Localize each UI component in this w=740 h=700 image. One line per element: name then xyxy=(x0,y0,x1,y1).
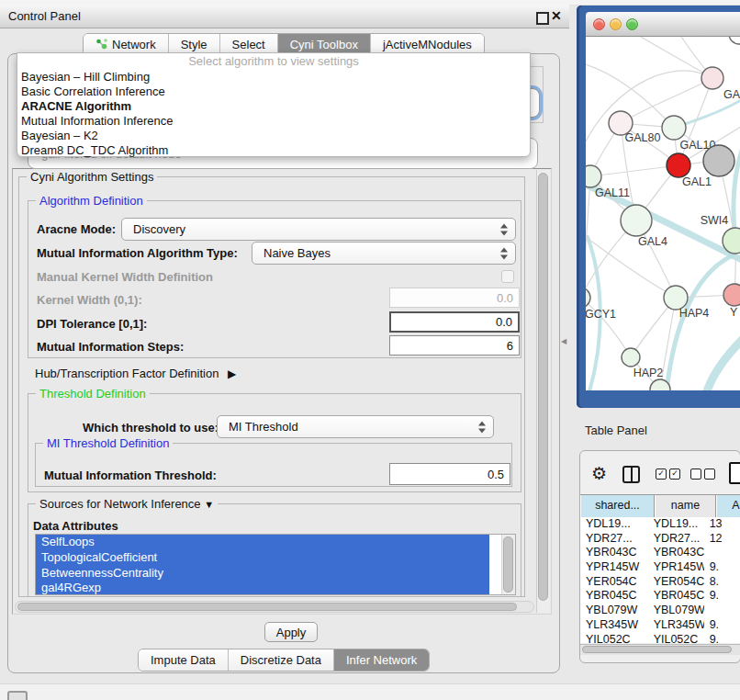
manual-kernel-width-label: Manual Kernel Width Definition xyxy=(37,270,213,284)
table-header: shared...nameA xyxy=(580,494,740,516)
hub-definition-label: Hub/Transcription Factor Definition xyxy=(35,367,219,380)
minimize-button[interactable] xyxy=(610,18,622,30)
algorithm-option[interactable]: Bayesian – K2 xyxy=(17,129,530,143)
page-icon[interactable] xyxy=(729,462,740,484)
algorithm-option[interactable]: ARACNE Algorithm xyxy=(17,99,530,114)
manual-kernel-width-checkbox[interactable] xyxy=(501,270,514,283)
horizontal-scrollbar-thumb[interactable] xyxy=(17,603,517,611)
table-cell: YBL079W xyxy=(648,604,704,618)
data-attributes-list[interactable]: SelfLoopsTopologicalCoefficientBetweenne… xyxy=(35,534,516,595)
node-label: GAL4 xyxy=(638,235,667,248)
mi-algorithm-type-combobox[interactable]: Naive Bayes xyxy=(252,242,516,265)
network-node-gal10[interactable] xyxy=(662,116,686,140)
table-cell: 9. xyxy=(704,633,740,644)
gear-icon[interactable]: ⚙ xyxy=(591,463,607,484)
tab-label: Infer Network xyxy=(346,653,417,667)
network-node[interactable] xyxy=(703,145,734,176)
node-label: HAP4 xyxy=(679,307,710,320)
apply-button[interactable]: Apply xyxy=(264,622,318,642)
table-row[interactable]: YDR27...YDR27...12 xyxy=(580,532,740,547)
tab-impute-data[interactable]: Impute Data xyxy=(139,649,229,671)
dpi-tolerance-field[interactable] xyxy=(389,311,520,333)
tab-label: Network xyxy=(112,38,156,51)
algorithm-option[interactable]: Mutual Information Inference xyxy=(17,114,530,129)
table-cell: 9. xyxy=(704,560,740,575)
node-label: GAL xyxy=(723,88,740,101)
table-cell: YBL079W xyxy=(580,604,648,618)
network-window-titlebar[interactable] xyxy=(586,12,740,37)
hub-definition-toggle[interactable]: Hub/Transcription Factor Definition ▶ xyxy=(35,367,236,380)
network-canvas[interactable]: GALGAL80GAL10GAL1GAL11GAL4SWI4GCY1HAP4YH… xyxy=(586,37,740,390)
table-body: YDL19...YDL19...13YDR27...YDR27...12YBR0… xyxy=(580,517,740,643)
network-node-gal4[interactable] xyxy=(621,205,652,236)
table-cell: YDL19... xyxy=(648,517,704,532)
network-node-gal[interactable] xyxy=(701,67,723,89)
network-edge xyxy=(586,298,631,357)
algorithm-option[interactable]: Bayesian – Hill Climbing xyxy=(17,70,530,85)
attribute-list-item[interactable]: TopologicalCoefficient xyxy=(36,550,489,566)
table-hscrollbar-thumb[interactable] xyxy=(582,646,732,653)
attribute-list-item[interactable]: BetweennessCentrality xyxy=(36,566,489,581)
table-row[interactable]: YLR345WYLR345W9. xyxy=(580,618,740,633)
tab-discretize-data[interactable]: Discretize Data xyxy=(229,649,334,671)
table-cell: YBR043C xyxy=(648,546,704,560)
close-button[interactable] xyxy=(593,18,605,30)
kernel-width-field[interactable] xyxy=(389,288,520,308)
table-row[interactable]: YBL079WYBL079W xyxy=(580,604,740,618)
table-row[interactable]: YER054CYER054C8. xyxy=(580,575,740,590)
columns-icon[interactable] xyxy=(622,466,640,483)
kernel-width-label: Kernel Width (0,1): xyxy=(37,293,142,307)
collapsed-arrow-icon[interactable]: ▶ xyxy=(228,367,236,380)
unchecked-checkbox-icon[interactable] xyxy=(704,469,715,480)
network-node-gal1[interactable] xyxy=(667,153,690,177)
network-node[interactable] xyxy=(729,37,740,44)
mi-threshold-label: Mutual Information Threshold: xyxy=(44,469,217,482)
attribute-list-item[interactable]: gal4RGexp xyxy=(36,581,489,595)
aracne-mode-value: Discovery xyxy=(133,222,185,236)
table-cell: 9. xyxy=(704,618,740,633)
node-label: Y xyxy=(730,306,738,319)
table-cell: YDR27... xyxy=(648,532,704,547)
checked-checkbox-icon[interactable]: ✓ xyxy=(669,469,680,480)
node-label: SWI4 xyxy=(701,214,729,227)
expanded-arrow-icon[interactable]: ▼ xyxy=(204,499,214,510)
table-cell: YIL052C xyxy=(648,633,704,644)
mi-steps-field[interactable] xyxy=(389,335,520,356)
column-header-shared[interactable]: shared... xyxy=(580,495,655,517)
vertical-scrollbar-thumb[interactable] xyxy=(538,173,548,601)
table-row[interactable]: YPR145WYPR145W9. xyxy=(580,560,740,575)
table-row[interactable]: YBR045CYBR045C9. xyxy=(580,589,740,604)
table-cell: 12 xyxy=(704,532,740,547)
table-row[interactable]: YIL052CYIL052C9. xyxy=(580,633,740,644)
network-node-hap2[interactable] xyxy=(622,348,640,367)
tab-infer-network[interactable]: Infer Network xyxy=(334,649,429,671)
table-row[interactable]: YBR043CYBR043C xyxy=(580,546,740,560)
node-label: GAL11 xyxy=(595,186,630,199)
algorithm-option[interactable]: Dream8 DC_TDC Algorithm xyxy=(17,143,530,158)
close-icon[interactable]: ✕ xyxy=(551,8,562,23)
column-header-a[interactable]: A xyxy=(716,495,740,517)
table-cell: 8. xyxy=(704,575,740,590)
cyni-algorithm-settings-title: Cyni Algorithm Settings xyxy=(27,170,157,184)
float-window-icon[interactable] xyxy=(536,12,549,25)
checked-checkbox-icon[interactable]: ✓ xyxy=(656,469,667,480)
algorithm-option[interactable]: Basic Correlation Inference xyxy=(17,85,530,99)
attributes-scrollbar-thumb[interactable] xyxy=(503,536,513,593)
column-header-name[interactable]: name xyxy=(655,495,716,517)
network-node-gal11[interactable] xyxy=(586,165,601,187)
attribute-list-item[interactable]: SelfLoops xyxy=(36,535,489,550)
sources-group-title[interactable]: Sources for Network Inference ▼ xyxy=(36,497,218,511)
minimized-panel-icon[interactable] xyxy=(7,691,28,700)
network-node-y[interactable] xyxy=(723,284,740,306)
network-icon xyxy=(95,38,107,52)
table-row[interactable]: YDL19...YDL19...13 xyxy=(580,517,740,532)
unchecked-checkbox-icon[interactable] xyxy=(690,469,701,480)
which-threshold-combobox[interactable]: MI Threshold xyxy=(217,415,494,438)
algorithm-dropdown-popup: Select algorithm to view settings Bayesi… xyxy=(17,52,531,157)
mi-threshold-field[interactable] xyxy=(389,463,510,485)
control-panel-titlebar: Control Panel xyxy=(0,5,569,28)
aracne-mode-combobox[interactable]: Discovery xyxy=(121,218,516,241)
splitter-collapse-icon[interactable]: ◀ xyxy=(561,337,566,345)
cyni-mode-tabs: Impute DataDiscretize DataInfer Network xyxy=(138,649,430,672)
zoom-button[interactable] xyxy=(626,18,638,30)
